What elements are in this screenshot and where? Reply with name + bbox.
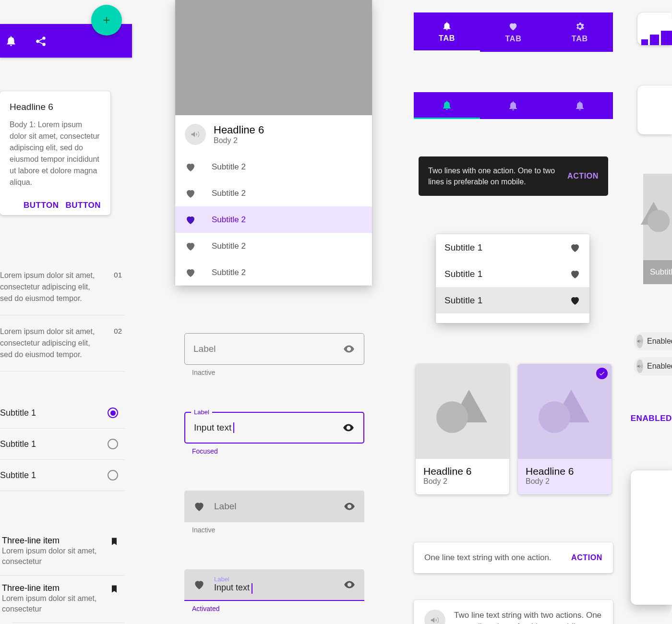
chip-avatar-icon xyxy=(636,360,643,373)
bookmark-icon[interactable] xyxy=(109,583,119,615)
tab[interactable] xyxy=(480,92,546,119)
text-button[interactable]: ENABLED xyxy=(631,414,672,423)
card-subtitle: Body 2 xyxy=(423,477,447,485)
radio-label: Subtitle 1 xyxy=(0,408,36,418)
list-item[interactable]: Subtitle 2 xyxy=(175,154,372,180)
numbered-list: Lorem ipsum dolor sit amet, consectetur … xyxy=(0,259,125,372)
textfield-filled-inactive: Label Inactive xyxy=(184,491,364,534)
radio-row[interactable]: Subtitle 1 xyxy=(0,429,125,460)
plus-icon xyxy=(101,15,112,25)
tab-bar-labeled: TAB TAB TAB xyxy=(414,12,613,52)
tab[interactable] xyxy=(547,92,613,119)
item-label: Subtitle 2 xyxy=(212,215,246,225)
card-button-2[interactable]: BUTTON xyxy=(65,201,101,210)
snackbar-dark: Two lines with one action. One to two li… xyxy=(419,156,608,196)
input-value: Input text xyxy=(194,422,231,433)
helper-text: Inactive xyxy=(192,369,364,376)
eye-icon[interactable] xyxy=(342,421,355,434)
textfield-outlined-focused: Label Input text Focused xyxy=(184,412,364,455)
list-item[interactable]: Lorem ipsum dolor sit amet, consectetur … xyxy=(0,315,125,372)
list-item-selected[interactable]: Subtitle 2 xyxy=(175,206,372,233)
grid-card[interactable]: Headline 6Body 2 xyxy=(416,364,509,494)
text-cursor xyxy=(233,422,234,433)
tab[interactable]: TAB xyxy=(414,12,480,52)
menu-label: Subtitle 1 xyxy=(444,269,482,279)
radio-icon[interactable] xyxy=(108,470,118,480)
card-button-1[interactable]: BUTTON xyxy=(24,201,59,210)
card-headline: Headline 6 xyxy=(10,102,101,112)
floating-label: Label xyxy=(214,576,335,583)
tab-label: TAB xyxy=(439,34,455,43)
menu-label: Subtitle 1 xyxy=(444,295,482,306)
card-media xyxy=(416,364,509,459)
mini-bar-chart xyxy=(637,12,672,45)
menu-item-selected[interactable]: Subtitle 1 xyxy=(436,287,589,313)
bookmark-icon[interactable] xyxy=(109,536,119,567)
text-input[interactable] xyxy=(184,333,364,365)
snackbar-action[interactable]: ACTION xyxy=(571,553,602,562)
tab-label: TAB xyxy=(505,35,521,43)
chip[interactable]: Enabled xyxy=(634,357,672,375)
text-input[interactable]: Label Input text xyxy=(184,412,364,444)
three-line-list: Three-line item Lorem ipsum dolor sit am… xyxy=(0,528,125,623)
avatar xyxy=(424,610,445,624)
eye-icon[interactable] xyxy=(343,500,356,513)
text-input[interactable]: Label xyxy=(184,491,364,522)
radio-row[interactable]: Subtitle 1 xyxy=(0,460,125,491)
item-label: Subtitle 2 xyxy=(212,162,246,172)
grid-card-selected[interactable]: Headline 6Body 2 xyxy=(518,364,612,494)
item-body: Lorem ipsum dolor sit amet, consectetur xyxy=(2,547,96,565)
radio-icon[interactable] xyxy=(108,408,118,418)
chip[interactable]: Enabled xyxy=(634,332,672,350)
tab-label: TAB xyxy=(572,35,588,43)
snackbar-text: Two lines with one action. One to two li… xyxy=(428,165,559,187)
eye-icon[interactable] xyxy=(343,343,355,355)
card-headline: Headline 6 xyxy=(423,466,502,477)
snackbar-light: One line text string with one action. AC… xyxy=(414,542,613,573)
textfield-outlined-inactive: Inactive xyxy=(184,333,364,376)
card-subtitle: Body 2 xyxy=(526,477,550,485)
bell-icon[interactable] xyxy=(5,35,17,47)
list-item[interactable]: Subtitle 2 xyxy=(175,180,372,206)
tab[interactable]: TAB xyxy=(547,12,613,52)
menu-item[interactable]: Subtitle 1 xyxy=(436,234,589,261)
chip-group: Enabled Enabled xyxy=(634,332,672,375)
item-label: Subtitle 2 xyxy=(212,241,246,251)
partial-card xyxy=(637,85,672,134)
snackbar-text: One line text string with one action. xyxy=(424,553,571,563)
banner-text: Two line text string with two actions. O… xyxy=(454,610,602,624)
list-item[interactable]: Three-line item Lorem ipsum dolor sit am… xyxy=(0,576,125,623)
radio-label: Subtitle 1 xyxy=(0,439,36,449)
share-icon[interactable] xyxy=(35,35,47,47)
tab-bar-icons xyxy=(414,92,613,119)
tab[interactable]: TAB xyxy=(480,12,546,52)
tab[interactable] xyxy=(414,92,480,119)
dropdown-menu: Subtitle 1 Subtitle 1 Subtitle 1 xyxy=(436,234,589,323)
fab-add[interactable] xyxy=(91,5,122,36)
list-item[interactable]: Subtitle 2 xyxy=(175,233,372,259)
tile-caption: Subtitle xyxy=(643,260,672,284)
helper-text: Inactive xyxy=(192,526,364,534)
menu-item[interactable]: Subtitle 1 xyxy=(436,261,589,287)
text-input[interactable]: Label Input text xyxy=(184,569,364,601)
card-subtitle: Body 2 xyxy=(214,136,238,144)
item-label: Subtitle 2 xyxy=(212,189,246,198)
list-item-text: Lorem ipsum dolor sit amet, consectetur … xyxy=(0,270,100,304)
input[interactable] xyxy=(193,344,343,354)
card-headline: Headline 6 xyxy=(526,466,604,477)
radio-row[interactable]: Subtitle 1 xyxy=(0,397,125,429)
snackbar-action[interactable]: ACTION xyxy=(567,172,599,180)
item-title: Three-line item xyxy=(2,536,109,546)
item-title: Three-line item xyxy=(2,583,109,593)
radio-icon[interactable] xyxy=(108,439,118,449)
eye-icon[interactable] xyxy=(343,578,356,591)
image-tile[interactable]: Subtitle xyxy=(643,174,672,284)
card-media xyxy=(175,0,372,115)
list-item[interactable]: Subtitle 2 xyxy=(175,259,372,286)
list-item[interactable]: Lorem ipsum dolor sit amet, consectetur … xyxy=(0,259,125,315)
floating-label: Label xyxy=(191,408,212,416)
list-item-number: 01 xyxy=(100,270,122,304)
partial-card xyxy=(631,470,672,605)
list-item[interactable]: Three-line item Lorem ipsum dolor sit am… xyxy=(0,528,125,576)
grid-cards: Headline 6Body 2 Headline 6Body 2 xyxy=(416,364,612,494)
